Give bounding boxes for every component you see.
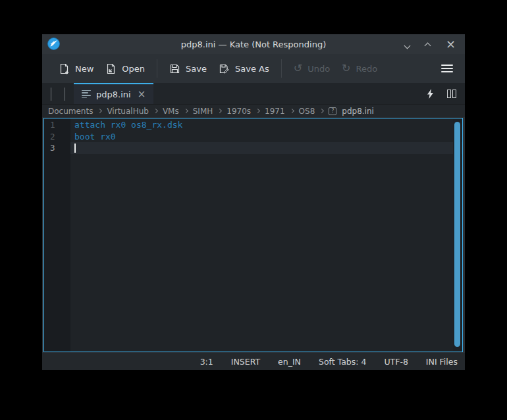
scrollbar-track[interactable] — [453, 119, 462, 351]
chevron-up-icon — [424, 42, 431, 49]
text-editor-view: 1 2 3 attach rx0 os8_rx.dsk boot rx0 — [43, 118, 463, 352]
tab-width-status[interactable]: Soft Tabs: 4 — [319, 357, 366, 367]
line-number-current: 3 — [44, 142, 70, 154]
redo-button-label: Redo — [356, 64, 378, 74]
tab-nav — [42, 83, 74, 104]
breadcrumb-item-os8[interactable]: OS8 — [299, 107, 315, 116]
breadcrumb-item-1971[interactable]: 1971 — [265, 107, 285, 116]
redo-button[interactable]: ↻ Redo — [336, 59, 383, 78]
open-button-label: Open — [122, 64, 145, 74]
syntax-mode-status[interactable]: INI Files — [426, 357, 458, 367]
save-as-button-label: Save As — [235, 64, 269, 74]
breadcrumb-item-vms[interactable]: VMs — [163, 107, 179, 116]
hamburger-icon — [441, 65, 453, 66]
tab-label: pdp8.ini — [96, 90, 131, 99]
code-area[interactable]: attach rx0 os8_rx.dsk boot rx0 — [70, 118, 462, 352]
open-file-icon — [105, 63, 117, 74]
main-toolbar: New Open Save Save As — [42, 54, 465, 83]
code-line-1[interactable]: attach rx0 os8_rx.dsk — [70, 119, 462, 131]
window-title: pdp8.ini — Kate (Not Responding) — [42, 39, 465, 49]
dictionary-status[interactable]: en_IN — [278, 357, 301, 367]
breadcrumb: Documents VirtualHub VMs SIMH 1970s 1971… — [42, 105, 465, 117]
line-number: 2 — [44, 131, 70, 143]
chevron-right-icon — [184, 109, 188, 113]
split-view-icon[interactable] — [447, 90, 456, 98]
save-as-icon — [219, 63, 230, 74]
chevron-right-icon — [290, 109, 294, 113]
hamburger-menu-button[interactable] — [439, 61, 456, 77]
tab-bar: pdp8.ini × — [42, 83, 465, 105]
chevron-right-icon — [255, 109, 260, 113]
new-file-icon — [59, 63, 70, 74]
text-cursor — [74, 144, 76, 153]
save-icon — [169, 63, 180, 74]
undo-button[interactable]: ↺ Undo — [288, 59, 336, 78]
new-button[interactable]: New — [53, 59, 99, 78]
status-bar: 3:1 INSERT en_IN Soft Tabs: 4 UTF-8 INI … — [42, 353, 465, 370]
titlebar[interactable]: pdp8.ini — Kate (Not Responding) × — [42, 34, 465, 54]
undo-button-label: Undo — [307, 64, 330, 74]
window-controls: × — [405, 34, 456, 54]
cursor-position-status[interactable]: 3:1 — [200, 357, 213, 367]
tab-forward-button[interactable] — [65, 88, 65, 100]
chevron-right-icon — [65, 88, 65, 101]
chevron-right-icon — [153, 109, 158, 113]
line-number: 1 — [44, 119, 70, 131]
new-button-label: New — [75, 64, 93, 74]
code-line-3[interactable] — [70, 142, 462, 154]
toolbar-separator — [281, 59, 282, 78]
document-icon — [82, 90, 91, 98]
save-button[interactable]: Save — [163, 59, 213, 78]
encoding-status[interactable]: UTF-8 — [384, 357, 408, 367]
maximize-button[interactable] — [425, 38, 430, 51]
chevron-right-icon — [319, 109, 324, 113]
chevron-down-icon — [404, 42, 410, 49]
save-as-button[interactable]: Save As — [213, 59, 275, 78]
code-line-2[interactable]: boot rx0 — [70, 131, 462, 143]
insert-mode-status[interactable]: INSERT — [231, 357, 260, 367]
save-button-label: Save — [186, 64, 207, 74]
chevron-right-icon — [217, 109, 222, 113]
kate-app-icon — [47, 38, 60, 50]
tab-close-button[interactable]: × — [138, 90, 146, 99]
tabbar-right-actions — [427, 83, 465, 104]
chevron-left-icon — [51, 88, 51, 101]
tab-back-button[interactable] — [51, 88, 51, 100]
redo-icon: ↻ — [342, 63, 350, 74]
toolbar-separator — [157, 59, 157, 78]
open-button[interactable]: Open — [99, 59, 151, 78]
scrollbar-thumb[interactable] — [454, 122, 460, 347]
close-button[interactable]: × — [446, 38, 456, 50]
minimize-button[interactable] — [405, 38, 410, 51]
breadcrumb-item-simh[interactable]: SIMH — [193, 107, 213, 116]
breadcrumb-item-file[interactable]: pdp8.ini — [342, 107, 374, 116]
breadcrumb-item-documents[interactable]: Documents — [48, 107, 93, 116]
kate-window: pdp8.ini — Kate (Not Responding) × New O… — [42, 34, 465, 370]
tab-pdp8-ini[interactable]: pdp8.ini × — [74, 83, 153, 104]
chevron-right-icon — [97, 109, 102, 113]
file-type-icon: ? — [329, 107, 336, 115]
quick-open-lightning-icon[interactable] — [427, 89, 434, 99]
breadcrumb-item-1970s[interactable]: 1970s — [227, 107, 251, 116]
undo-icon: ↺ — [294, 63, 302, 74]
line-number-gutter: 1 2 3 — [44, 118, 70, 352]
breadcrumb-item-virtualhub[interactable]: VirtualHub — [107, 107, 148, 116]
